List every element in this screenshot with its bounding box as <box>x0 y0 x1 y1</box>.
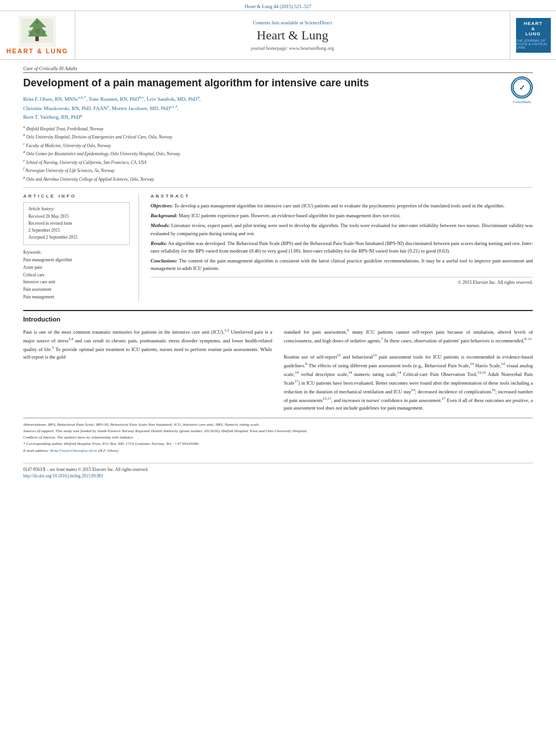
footnote-abbreviations: Abbreviations: BPS, Behavioral Pain Scal… <box>23 422 533 428</box>
email-link[interactable]: Brita.Fosser.Olsen@so-hf.no <box>50 448 97 453</box>
article-info-label: ARTICLE INFO <box>23 193 130 199</box>
keyword-3: Critical care <box>23 272 130 279</box>
abs-methods-text: Literature review, expert panel, and pil… <box>151 222 533 236</box>
abstract-label: ABSTRACT <box>151 193 533 199</box>
affiliation-g: g Oslo and Akershus University College o… <box>23 174 533 183</box>
history-label: Article history: <box>28 206 125 211</box>
article-info-abstract: ARTICLE INFO Article history: Received 2… <box>23 193 533 301</box>
divider-1 <box>23 187 533 188</box>
introduction-title: Introduction <box>23 316 533 323</box>
affiliation-b: b Oslo University Hospital, Division of … <box>23 132 533 141</box>
svg-text:✓: ✓ <box>519 83 525 92</box>
svg-point-5 <box>28 30 32 34</box>
introduction-left-col: Pain is one of the most common traumatic… <box>23 327 272 412</box>
abs-objectives-label: Objectives: <box>151 203 173 209</box>
hl-logo-ampersand: & <box>532 26 535 31</box>
elsevier-tree-icon: 🌿 <box>19 16 56 48</box>
hl-logo-lung: LUNG <box>525 31 541 36</box>
hl-logo-text: HEART <box>524 21 543 26</box>
abs-methods-label: Methods: <box>151 222 170 228</box>
authors: Brita F. Olsen, RN, MNSca,b,*, Tone Rust… <box>23 94 533 121</box>
hl-logo-area: HEART & LUNG THE JOURNAL OFACUTE & CRITI… <box>510 11 556 59</box>
abs-conclusions-text: The content of the pain management algor… <box>151 258 533 271</box>
keyword-5: Pain assessment <box>23 286 130 294</box>
keyword-6: Pain management <box>23 294 130 301</box>
history-revised-date: 2 September 2015 <box>28 227 125 234</box>
affiliation-d: d Oslo Center for Biostatistics and Epid… <box>23 149 533 158</box>
affiliation-c: c Faculty of Medicine, University of Osl… <box>23 141 533 149</box>
abstract-background: Background: Many ICU patients experience… <box>151 212 533 220</box>
footnotes-area: Abbreviations: BPS, Behavioral Pain Scal… <box>23 418 533 454</box>
keyword-1: Pain management algorithm <box>23 257 130 264</box>
journal-header: 🌿 HEART & LUNG Contents lists available … <box>0 10 556 60</box>
crossmark-area: ✓ CrossMark <box>511 76 533 104</box>
abs-objectives-text: To develop a pain management algorithm f… <box>174 203 505 209</box>
svg-rect-4 <box>35 36 39 41</box>
footnote-corresponding: * Corresponding author. Østfold Hospital… <box>23 441 533 447</box>
history-revised: Received in revised form <box>28 220 125 227</box>
introduction-columns: Pain is one of the most common traumatic… <box>23 327 533 412</box>
introduction-right-col: standard for pain assessment,6 many ICU … <box>284 327 533 412</box>
affiliation-f: f Norwegian University of Life Sciences,… <box>23 166 533 174</box>
crossmark-label: CrossMark <box>511 100 533 104</box>
abstract-conclusions: Conclusions: The content of the pain man… <box>151 257 533 272</box>
footnote-support: Sources of support. This study was funde… <box>23 428 533 434</box>
abstract-col: ABSTRACT Objectives: To develop a pain m… <box>151 193 533 301</box>
affiliation-a: a Østfold Hospital Trust, Fredrikstad, N… <box>23 124 533 133</box>
article-title: Development of a pain management algorit… <box>23 76 475 90</box>
history-received: Received 26 May 2015 <box>28 213 125 220</box>
sciencedirect-line: Contents lists available at ScienceDirec… <box>253 20 332 25</box>
introduction-right-text: standard for pain assessment,6 many ICU … <box>284 327 533 412</box>
doi-link[interactable]: http://dx.doi.org/10.1016/j.hrtlng.2015.… <box>23 473 533 479</box>
abs-background-text: Many ICU patients experience pain. Howev… <box>178 213 400 218</box>
journal-title: Heart & Lung <box>257 28 328 43</box>
abs-results-text: An algorithm was developed. The Behavior… <box>151 240 533 254</box>
svg-point-6 <box>42 30 46 34</box>
history-box: Article history: Received 26 May 2015 Re… <box>23 202 130 245</box>
crossmark-icon: ✓ <box>511 76 533 98</box>
svg-point-7 <box>36 21 38 24</box>
keywords-label: Keywords: <box>23 250 130 255</box>
affiliations: a Østfold Hospital Trust, Fredrikstad, N… <box>23 124 533 183</box>
bottom-bar: 0147-9563/$ – see front matter © 2015 El… <box>23 463 533 479</box>
keyword-4: Intensive care unit <box>23 279 130 286</box>
elsevier-logo-area: 🌿 HEART & LUNG <box>0 11 75 59</box>
issn-line: 0147-9563/$ – see front matter © 2015 El… <box>23 467 533 472</box>
journal-title-area: Contents lists available at ScienceDirec… <box>75 11 510 59</box>
abstract-objectives: Objectives: To develop a pain management… <box>151 202 533 210</box>
elsevier-wordmark: HEART & LUNG <box>6 48 68 54</box>
history-accepted: Accepted 2 September 2015 <box>28 234 125 241</box>
introduction-section: Introduction Pain is one of the most com… <box>23 310 533 412</box>
article-info-col: ARTICLE INFO Article history: Received 2… <box>23 193 139 301</box>
abstract-results: Results: An algorithm was developed. The… <box>151 240 533 255</box>
norway-text: Norway <box>90 126 104 131</box>
abs-results-label: Results: <box>151 240 167 246</box>
elsevier-logo: 🌿 HEART & LUNG <box>6 16 68 54</box>
section-label: Care of Critically Ill Adults <box>23 65 533 73</box>
journal-homepage: journal homepage: www.heartandlung.org <box>251 45 334 51</box>
abstract-methods: Methods: Literature review, expert panel… <box>151 222 533 237</box>
article-body: Care of Critically Ill Adults Developmen… <box>0 65 556 479</box>
hl-logo-subtitle: THE JOURNAL OFACUTE & CRITICAL CARE <box>516 39 551 49</box>
abs-conclusions-label: Conclusions: <box>151 258 177 264</box>
keyword-2: Acute pain <box>23 264 130 272</box>
sciencedirect-link[interactable]: ScienceDirect <box>305 20 332 25</box>
affiliation-e: e School of Nursing, University of Calif… <box>23 158 533 166</box>
footnote-email: E-mail address: Brita.Fosser.Olsen@so-hf… <box>23 448 533 454</box>
page: Heart & Lung 44 (2015) 521–527 🌿 <box>0 0 556 756</box>
journal-citation: Heart & Lung 44 (2015) 521–527 <box>245 3 312 9</box>
footnote-conflicts: Conflicts of interest. The authors have … <box>23 434 533 441</box>
abstract-text: Objectives: To develop a pain management… <box>151 202 533 272</box>
introduction-left-text: Pain is one of the most common traumatic… <box>23 327 272 361</box>
copyright-line: © 2015 Elsevier Inc. All rights reserved… <box>151 277 533 285</box>
title-area: Development of a pain management algorit… <box>23 76 533 90</box>
hl-logo: HEART & LUNG THE JOURNAL OFACUTE & CRITI… <box>516 18 551 53</box>
journal-citation-bar: Heart & Lung 44 (2015) 521–527 <box>0 0 556 10</box>
abs-background-label: Background: <box>151 213 177 218</box>
